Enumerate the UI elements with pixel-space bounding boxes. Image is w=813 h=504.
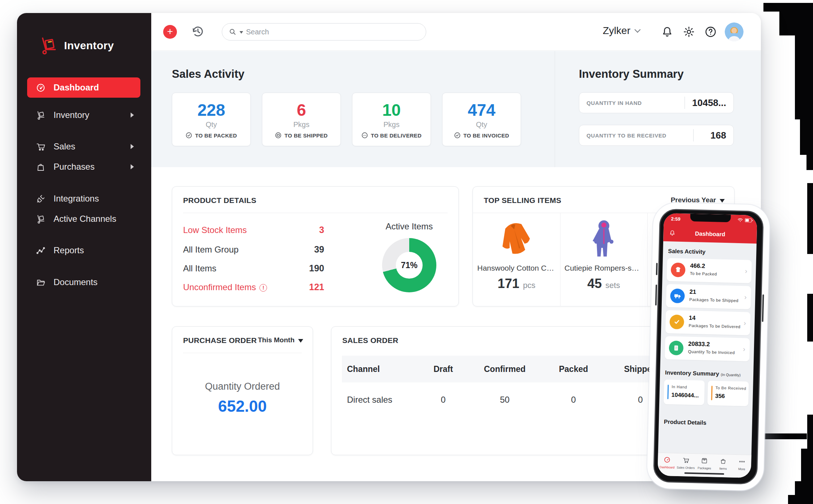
- cell-packed: 0: [539, 395, 608, 405]
- user-avatar[interactable]: [725, 22, 744, 41]
- sidebar-item-inventory[interactable]: Inventory: [27, 106, 140, 124]
- chevron-down-icon: [635, 27, 641, 33]
- package-circle-icon: [275, 132, 281, 139]
- cart-icon: [682, 457, 689, 463]
- sidebar-item-reports[interactable]: Reports: [27, 242, 140, 259]
- basket-icon: [720, 458, 727, 465]
- search-scope-caret-icon[interactable]: [240, 31, 243, 34]
- quantity-to-be-received-row[interactable]: QUANTITY TO BE RECEIVED 168: [579, 125, 734, 146]
- card-value: 21: [689, 288, 696, 295]
- phone-to-be-received-card: To Be Received 356: [707, 381, 749, 406]
- sidebar-label: Integrations: [54, 194, 99, 204]
- help-icon[interactable]: [704, 25, 717, 38]
- phone-card-to-be-invoiced: 20833.2 Quantity To be Invoiced ›: [665, 336, 750, 361]
- phone-card-to-be-shipped: 21 Packages To be Shipped ›: [666, 284, 751, 309]
- card-title: PURCHASE ORDER: [183, 336, 257, 345]
- global-search: [222, 23, 426, 41]
- to-be-delivered-card[interactable]: 10 Pkgs TO BE DELIVERED: [352, 93, 431, 146]
- item-name: Hanswooly Cotton Cas...: [473, 264, 560, 272]
- row-value: 121: [309, 282, 324, 292]
- metric-value: 228: [172, 100, 250, 120]
- more-dots-icon: [738, 458, 745, 465]
- sidebar-label: Purchases: [54, 162, 94, 172]
- divider: [183, 353, 302, 353]
- metric-label: TO BE SHIPPED: [284, 132, 327, 139]
- shopping-bag-icon: [36, 162, 46, 172]
- quantity-in-hand-row[interactable]: QUANTITY IN HAND 10458...: [579, 92, 734, 113]
- avatar-image: [725, 22, 744, 41]
- top-selling-item[interactable]: Hanswooly Cotton Cas... 171 pcs: [473, 213, 560, 306]
- metric-value: 6: [262, 100, 340, 120]
- wifi-icon: [737, 218, 743, 222]
- phone-power-button: [762, 295, 764, 322]
- info-icon[interactable]: !: [259, 284, 267, 292]
- cell-draft: 0: [416, 395, 470, 405]
- row-value: 39: [314, 244, 324, 255]
- top-selling-item[interactable]: Cutiepie Rompers-spo... 45 sets: [560, 213, 647, 306]
- donut-title: Active Items: [369, 221, 449, 232]
- item-qty: 171: [497, 276, 519, 291]
- sidebar-item-documents[interactable]: Documents: [27, 274, 140, 291]
- sidebar-label: Reports: [54, 245, 84, 255]
- low-stock-items-row[interactable]: Low Stock Items 3: [183, 225, 324, 235]
- to-be-shipped-card[interactable]: 6 Pkgs TO BE SHIPPED: [262, 93, 341, 146]
- range-label: Previous Year: [671, 196, 716, 204]
- all-items-row[interactable]: All Items 190: [183, 263, 324, 274]
- item-unit: sets: [605, 281, 620, 290]
- range-label: This Month: [258, 336, 295, 344]
- tab-label: Packages: [695, 466, 714, 470]
- donut-percent: 71%: [382, 238, 436, 292]
- sidebar-item-purchases[interactable]: Purchases: [27, 158, 140, 175]
- caret-down-icon: [720, 199, 725, 203]
- card-value: 20833.2: [688, 340, 710, 348]
- column-header: Channel: [342, 364, 416, 374]
- settings-gear-icon[interactable]: [682, 25, 695, 38]
- sidebar-item-integrations[interactable]: Integrations: [27, 190, 140, 207]
- sidebar-label: Active Channels: [54, 214, 116, 224]
- app-logo[interactable]: Inventory: [39, 36, 114, 55]
- check-icon: [669, 314, 684, 329]
- row-value: 190: [309, 263, 324, 274]
- row-value: 10458...: [685, 97, 733, 109]
- phone-product-details-title: Product Details: [664, 419, 707, 426]
- sidebar-item-active-channels[interactable]: Active Channels: [27, 210, 140, 228]
- ellipsis-circle-icon: [361, 132, 368, 139]
- purchase-order-range-dropdown[interactable]: This Month: [258, 336, 303, 344]
- phone-in-hand-card: In Hand 1046044...: [664, 380, 705, 405]
- sidebar-label: Dashboard: [54, 82, 99, 93]
- accent-bar: [711, 386, 712, 400]
- tab-label: More: [732, 467, 751, 471]
- handtruck-icon: [36, 214, 46, 224]
- cart-icon: [36, 142, 46, 152]
- column-header: Confirmed: [470, 364, 539, 374]
- gauge-icon: [36, 83, 46, 93]
- cell-confirmed: 50: [470, 395, 539, 405]
- row-label: All Item Group: [183, 245, 238, 255]
- recent-history-icon[interactable]: [190, 24, 206, 39]
- metric-unit: Pkgs: [352, 120, 431, 129]
- all-item-group-row[interactable]: All Item Group 39: [183, 244, 324, 255]
- card-label: To be Packed: [690, 271, 717, 276]
- quick-create-button[interactable]: +: [163, 25, 177, 39]
- notifications-bell-icon[interactable]: [661, 25, 674, 38]
- phone-notch: [690, 214, 731, 223]
- item-unit: pcs: [523, 281, 535, 290]
- status-time: 2:59: [671, 216, 680, 222]
- item-qty: 45: [587, 276, 602, 291]
- chevron-right-icon: [131, 164, 134, 169]
- card-value: 14: [689, 314, 696, 321]
- org-switcher[interactable]: Zylker: [603, 25, 640, 37]
- sidebar-item-dashboard[interactable]: Dashboard: [27, 77, 140, 98]
- search-input[interactable]: [246, 28, 402, 36]
- to-be-packed-card[interactable]: 228 Qty TO BE PACKED: [172, 93, 251, 146]
- metric-value: 10: [352, 100, 431, 120]
- tab-label: Items: [714, 466, 732, 470]
- metric-unit: Qty: [443, 120, 521, 129]
- metric-label: TO BE PACKED: [195, 132, 237, 139]
- unconfirmed-items-row[interactable]: Unconfirmed Items! 121: [183, 282, 324, 292]
- to-be-invoiced-card[interactable]: 474 Qty TO BE INVOICED: [442, 93, 521, 146]
- top-selling-range-dropdown[interactable]: Previous Year: [671, 196, 725, 204]
- card-label: Packages To be Delivered: [689, 323, 740, 329]
- package-icon: [701, 457, 708, 464]
- sidebar-item-sales[interactable]: Sales: [27, 138, 140, 155]
